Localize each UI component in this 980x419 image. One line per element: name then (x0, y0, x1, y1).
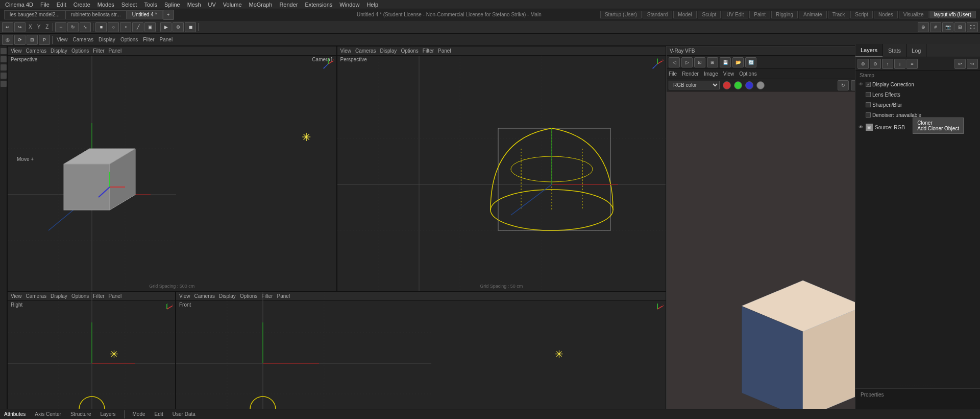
layer-btn-1[interactable]: ⊕ (857, 59, 869, 69)
layout-rigging[interactable]: Rigging (771, 11, 798, 18)
object-mode-button[interactable]: ○ (108, 22, 119, 32)
menu-mograph[interactable]: MoGraph (246, 2, 276, 8)
vfb-btn-5[interactable]: 💾 (720, 57, 731, 67)
scale-tool-button[interactable]: ⤡ (80, 22, 91, 32)
layout-visualize[interactable]: Visualize (899, 11, 928, 18)
lens-effects-item[interactable]: Lens Effects (855, 89, 980, 100)
layout-animate[interactable]: Animate (799, 11, 827, 18)
attr-userdata[interactable]: User Data (170, 411, 198, 417)
render-settings-button[interactable]: ⚙ (173, 22, 184, 32)
layer-btn-4[interactable]: ↓ (894, 59, 905, 69)
menu-extensions[interactable]: Extensions (302, 2, 335, 8)
vfb-btn-3[interactable]: ⊡ (694, 57, 705, 67)
checkbox-dc[interactable] (866, 82, 871, 87)
viewport-top-right[interactable]: View Cameras Display Options Filter Pane… (337, 46, 667, 291)
attr-btn-layers[interactable]: Layers (99, 411, 118, 417)
vfb-btn-2[interactable]: ▷ (681, 57, 693, 67)
menu-file[interactable]: File (37, 2, 53, 8)
viewport-btn-1[interactable]: ◎ (2, 35, 13, 45)
layer-btn-5[interactable]: ≡ (906, 59, 918, 69)
vfb-menu-image[interactable]: Image (704, 71, 718, 77)
menu-modes[interactable]: Modes (94, 2, 117, 8)
vfb-btn-6[interactable]: 📂 (732, 57, 744, 67)
menu-mesh[interactable]: Mesh (184, 2, 204, 8)
snap-button[interactable]: ⊕ (918, 22, 929, 32)
layout-uvedit[interactable]: UV Edit (722, 11, 748, 18)
vfb-btn-7[interactable]: 🔄 (745, 57, 756, 67)
attr-mode[interactable]: Mode (131, 411, 148, 417)
render-active-view[interactable]: ◼ (185, 22, 196, 32)
vfb-tool-1[interactable]: ↻ (838, 80, 849, 90)
layout-paint[interactable]: Paint (749, 11, 770, 18)
sharpen-blur-item[interactable]: Sharpen/Blur (855, 100, 980, 110)
edge-mode-button[interactable]: ╱ (132, 22, 143, 32)
attr-edit[interactable]: Edit (153, 411, 165, 417)
viewport-btn-3[interactable]: ⊞ (27, 35, 38, 45)
tab-stats[interactable]: Stats (883, 44, 906, 57)
tab-untitled4[interactable]: Untitled 4 * (127, 10, 163, 19)
menu-select[interactable]: Select (118, 2, 140, 8)
layer-btn-3[interactable]: ↑ (882, 59, 893, 69)
menu-tools[interactable]: Tools (141, 2, 160, 8)
vfb-menu-render[interactable]: Render (682, 71, 699, 77)
poly-mode-button[interactable]: ▣ (144, 22, 156, 32)
sidebar-item-2[interactable] (1, 56, 7, 62)
attr-btn-attributes[interactable]: Attributes (2, 411, 28, 417)
grid-button[interactable]: # (930, 22, 941, 32)
rotate-tool-button[interactable]: ↻ (67, 22, 79, 32)
source-rgb-item[interactable]: 👁 ▣ Source: RGB (855, 122, 980, 132)
layer-undo[interactable]: ↩ (954, 59, 966, 69)
layer-redo[interactable]: ↪ (967, 59, 978, 69)
sidebar-item-5[interactable] (1, 81, 7, 87)
display-correction-group[interactable]: 👁 Display Correction (855, 79, 980, 89)
model-mode-button[interactable]: ■ (95, 22, 107, 32)
viewport-top-left[interactable]: View Cameras Display Options Filter Pane… (7, 46, 337, 291)
viewport-btn-2[interactable]: ⟳ (14, 35, 26, 45)
point-mode-button[interactable]: • (120, 22, 131, 32)
swatch-4[interactable] (756, 81, 765, 89)
perspective-btn[interactable]: P (39, 35, 50, 45)
attr-btn-axis[interactable]: Axis Center (33, 411, 63, 417)
layout-button[interactable]: ⊞ (954, 22, 966, 32)
layout-script[interactable]: Script (850, 11, 873, 18)
menu-edit[interactable]: Edit (54, 2, 69, 8)
menu-window[interactable]: Window (336, 2, 362, 8)
layout-vfb[interactable]: layout vfb (User) (929, 11, 976, 18)
camera-button[interactable]: 📷 (942, 22, 953, 32)
swatch-3[interactable] (745, 81, 753, 89)
layout-startup[interactable]: Startup (User) (600, 11, 642, 18)
menu-uv[interactable]: UV (205, 2, 219, 8)
menu-volume[interactable]: Volume (220, 2, 245, 8)
layout-standard[interactable]: Standard (643, 11, 673, 18)
menu-render[interactable]: Render (276, 2, 301, 8)
layout-sculpt[interactable]: Sculpt (698, 11, 721, 18)
menu-help[interactable]: Help (363, 2, 381, 8)
checkbox-denoiser[interactable] (866, 112, 871, 118)
channel-select[interactable]: RGB color (669, 81, 720, 89)
swatch-2[interactable] (734, 81, 742, 89)
denoiser-item[interactable]: Denoiser: unavailable (855, 110, 980, 120)
layout-track[interactable]: Track (828, 11, 850, 18)
sidebar-item-3[interactable] (1, 64, 7, 71)
render-button[interactable]: ▶ (160, 22, 172, 32)
tab-bauges[interactable]: les bauges2 model2... (4, 10, 65, 19)
viewport-bottom-left[interactable]: View Cameras Display Options Filter Pane… (7, 291, 176, 419)
sidebar-item-1[interactable] (1, 48, 7, 54)
vfb-btn-4[interactable]: ⊞ (707, 57, 718, 67)
vfb-menu-options[interactable]: Options (739, 71, 756, 77)
vfb-btn-1[interactable]: ◁ (669, 57, 680, 67)
fullscreen-button[interactable]: ⛶ (967, 22, 978, 32)
tab-rubinetto[interactable]: rubinetto bellosta str... (65, 10, 127, 19)
menu-app[interactable]: Cinema 4D (2, 2, 36, 8)
redo-button[interactable]: ↪ (14, 22, 26, 32)
tab-log[interactable]: Log (906, 44, 926, 57)
vfb-menu-view[interactable]: View (723, 71, 734, 77)
checkbox-sharpen[interactable] (866, 102, 871, 107)
new-tab-button[interactable]: + (163, 10, 174, 20)
attr-btn-structure[interactable]: Structure (68, 411, 93, 417)
checkbox-lens[interactable] (866, 92, 871, 97)
viewport-bottom-right[interactable]: View Cameras Display Options Filter Pane… (176, 291, 666, 419)
move-tool-button[interactable]: ↔ (55, 22, 66, 32)
layer-btn-2[interactable]: ⊖ (870, 59, 881, 69)
swatch-1[interactable] (723, 81, 731, 89)
